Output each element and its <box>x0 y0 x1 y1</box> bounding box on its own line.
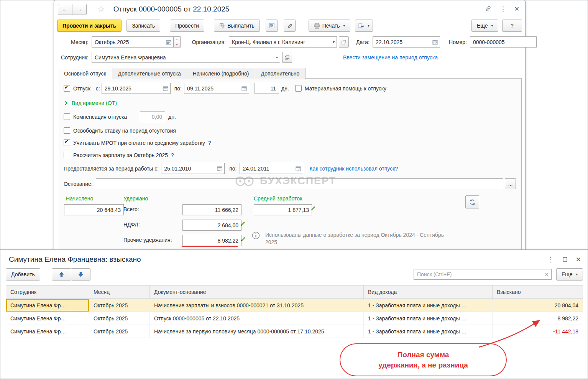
pay-button[interactable]: Выплатить <box>214 20 260 32</box>
attachments-button[interactable] <box>284 20 296 32</box>
vacation-checkbox[interactable] <box>64 85 70 92</box>
chevron-right-icon[interactable] <box>64 101 68 105</box>
calendar-icon[interactable] <box>163 86 168 91</box>
spin-up-icon[interactable]: ▲ <box>174 37 180 42</box>
vacation-checkbox-label[interactable]: Отпуск <box>73 85 90 92</box>
collect-more-button[interactable]: Еще ▾ <box>556 268 583 281</box>
calendar-icon[interactable] <box>296 166 301 171</box>
register-records-button[interactable] <box>266 20 278 32</box>
tab-main-vacation[interactable]: Основной отпуск <box>58 68 112 79</box>
vacation-usage-link[interactable]: Как сотрудник использовал отпуск? <box>309 166 398 172</box>
calc-salary-help-link[interactable]: ? <box>171 152 174 158</box>
header-fields-row-2: Сотрудник: Симутина Елена Францевна ▾ Вв… <box>57 52 438 62</box>
table-cell-month[interactable]: Октябрь 2025 <box>89 312 150 325</box>
favorites-star-icon[interactable]: ☆ <box>97 4 105 14</box>
time-kind-link[interactable]: Вид времени (ОТ) <box>72 100 117 106</box>
create-based-on-button[interactable]: ▾ <box>355 20 373 32</box>
table-cell-employee[interactable]: Симутина Елена Фр… <box>6 299 89 312</box>
edit-other-deductions-button[interactable] <box>240 236 246 243</box>
calc-salary-label[interactable]: Рассчитать зарплату за Октябрь 2025 <box>73 152 168 158</box>
mrot-label[interactable]: Учитывать МРОТ при оплате по среднему за… <box>73 140 205 146</box>
recalculate-button[interactable] <box>465 195 479 208</box>
mrot-help-link[interactable]: ? <box>208 140 211 146</box>
compensation-label[interactable]: Компенсация отпуска <box>73 114 131 120</box>
print-button[interactable]: Печать ▾ <box>309 20 350 32</box>
move-row-up-button[interactable] <box>52 268 71 281</box>
organization-open-button[interactable] <box>339 36 349 48</box>
table-cell-employee[interactable]: Симутина Елена Фр… <box>6 325 89 338</box>
month-spinner[interactable]: ▲▼ <box>174 36 181 48</box>
dropdown-caret-icon[interactable]: ▾ <box>276 55 278 59</box>
table-cell-income-kind[interactable]: 1 - Заработная плата и иные доходы … <box>364 299 493 312</box>
calendar-icon[interactable] <box>241 86 247 91</box>
organization-field[interactable]: Крон-Ц. Филиал в г. Калининг ▾ <box>229 36 337 48</box>
tab-accrued-detail[interactable]: Начислено (подробно) <box>187 68 255 79</box>
help-button[interactable]: ? <box>502 20 522 32</box>
back-arrow-icon[interactable]: ← <box>58 4 72 15</box>
red-underline-annotation <box>182 246 238 247</box>
number-field[interactable]: 0000-000005 <box>470 36 537 48</box>
ndfl-field[interactable]: 2 684,00 <box>182 220 241 231</box>
close-icon[interactable]: ✕ <box>512 5 521 13</box>
other-deductions-field[interactable]: 8 982,22 <box>182 235 241 246</box>
more-dots-icon[interactable]: ⋮ <box>545 256 555 264</box>
table-cell-month[interactable]: Октябрь 2025 <box>89 299 150 312</box>
calendar-icon[interactable] <box>217 166 222 171</box>
release-position-checkbox[interactable] <box>64 127 70 134</box>
substitution-link[interactable]: Ввести замещение на период отпуска <box>343 54 438 61</box>
calc-salary-checkbox[interactable] <box>64 152 70 158</box>
search-input[interactable] <box>414 269 552 280</box>
accrued-field[interactable]: 20 648,43 <box>64 204 124 215</box>
maximize-icon[interactable] <box>561 256 569 264</box>
table-cell-income-kind[interactable]: 1 - Заработная плата и иные доходы … <box>364 325 493 338</box>
avg-earnings-field[interactable]: 1 877,13 <box>254 204 312 215</box>
employee-open-button[interactable] <box>282 52 292 63</box>
table-cell-document[interactable]: Отпуск 0000-000005 от 22.10.2025 <box>150 312 364 325</box>
post-button[interactable]: Провести <box>170 20 204 32</box>
material-aid-checkbox[interactable] <box>295 85 302 92</box>
material-aid-label[interactable]: Материальная помощь к отпуску <box>305 85 386 92</box>
table-cell-document[interactable]: Начисление зарплаты и взносов 0000-00002… <box>150 299 364 312</box>
table-cell-collected[interactable]: 20 804,04 <box>493 299 583 312</box>
edit-avg-earnings-button[interactable] <box>310 205 316 212</box>
post-and-close-button[interactable]: Провести и закрыть <box>57 20 122 32</box>
table-cell-collected[interactable]: 8 982,22 <box>493 312 583 325</box>
calendar-icon[interactable] <box>432 39 438 45</box>
table-cell-document[interactable]: Начисление за первую половину месяца 000… <box>150 325 364 338</box>
calendar-icon[interactable] <box>166 39 171 45</box>
release-position-label[interactable]: Освободить ставку на период отсутствия <box>73 128 176 134</box>
mrot-checkbox[interactable] <box>64 139 70 146</box>
get-link-icon[interactable] <box>483 5 493 14</box>
vacation-from-field[interactable]: 29.10.2025 <box>102 83 171 94</box>
compensation-field[interactable]: 0,00 <box>140 111 165 122</box>
dropdown-caret-icon[interactable]: ▾ <box>333 40 335 44</box>
employee-field[interactable]: Симутина Елена Францевна ▾ <box>92 52 280 63</box>
vacation-to-field[interactable]: 09.11.2025 <box>184 83 249 94</box>
withheld-total-field[interactable]: 11 666,22 <box>182 204 241 215</box>
table-cell-income-kind[interactable]: 1 - Заработная плата и иные доходы … <box>364 312 493 325</box>
basis-ellipsis-button[interactable]: ... <box>505 178 516 189</box>
tab-extra[interactable]: Дополнительно <box>255 68 306 79</box>
clear-search-icon[interactable]: ✕ <box>545 272 549 277</box>
more-button[interactable]: Еще ▾ <box>471 20 498 32</box>
table-cell-employee[interactable]: Симутина Елена Фр… <box>6 312 89 325</box>
table-cell-collected[interactable]: -11 442,18 <box>493 325 583 338</box>
work-period-from-field[interactable]: 25.01.2010 <box>161 163 225 174</box>
date-field[interactable]: 22.10.2025 <box>373 36 440 48</box>
table-cell-month[interactable]: Октябрь 2025 <box>89 325 150 338</box>
more-dots-icon[interactable]: ⋮ <box>498 5 509 13</box>
write-button[interactable]: Записать <box>126 20 160 32</box>
edit-ndfl-button[interactable] <box>240 221 246 228</box>
basis-field[interactable] <box>96 178 503 189</box>
move-row-down-button[interactable] <box>71 268 90 281</box>
compensation-checkbox[interactable] <box>64 113 70 120</box>
work-period-to-field[interactable]: 24.01.2011 <box>240 163 303 174</box>
tab-additional-vacations[interactable]: Дополнительные отпуска <box>112 68 187 79</box>
add-row-button[interactable]: Добавить <box>6 268 40 281</box>
forward-arrow-icon[interactable]: → <box>72 4 86 15</box>
month-field[interactable]: Октябрь 2025 <box>92 36 174 48</box>
vacation-to-value: 09.11.2025 <box>187 85 241 92</box>
spin-down-icon[interactable]: ▼ <box>174 42 180 47</box>
close-icon[interactable]: ✕ <box>574 256 583 264</box>
vacation-days-field[interactable]: 11 <box>255 83 279 94</box>
